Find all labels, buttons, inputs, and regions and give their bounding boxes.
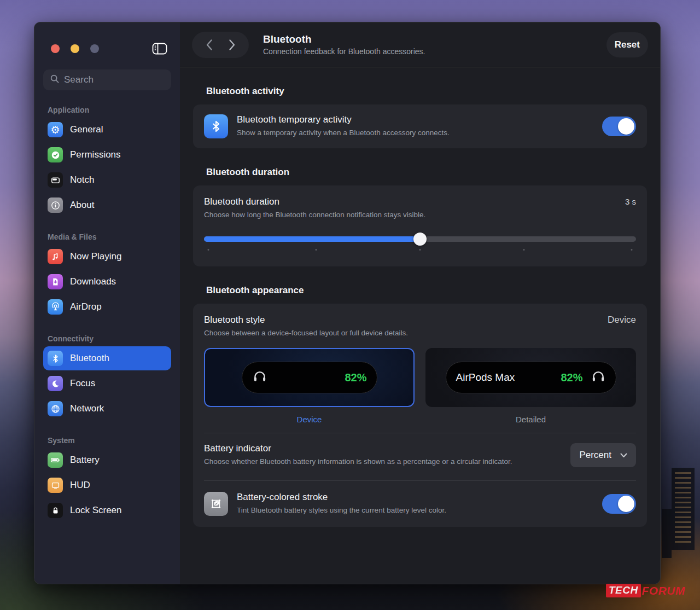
section-heading-appearance: Bluetooth appearance (206, 285, 647, 296)
watermark: TECH FORUM (606, 584, 685, 597)
sidebar-item-lock-screen[interactable]: Lock Screen (43, 498, 171, 522)
battery-indicator-select[interactable]: Percent (570, 443, 636, 467)
battery-percent: 82% (345, 371, 366, 384)
bluetooth-icon (48, 351, 63, 366)
nav-pill (192, 32, 249, 58)
sidebar-item-now-playing[interactable]: Now Playing (43, 245, 171, 269)
sidebar-item-airdrop[interactable]: AirDrop (43, 295, 171, 319)
style-row-title: Bluetooth style (204, 315, 408, 326)
sidebar-item-bluetooth[interactable]: Bluetooth (43, 346, 171, 370)
activity-row-subtitle: Show a temporary activity when a Bluetoo… (237, 127, 593, 138)
notch-icon (48, 172, 63, 188)
duration-slider-fill (204, 236, 420, 242)
battery-stroke-toggle[interactable] (602, 494, 636, 514)
sidebar-item-battery[interactable]: Battery (43, 448, 171, 472)
page-subtitle: Connection feedback for Bluetooth access… (263, 47, 425, 56)
sidebar-item-label: General (70, 124, 103, 135)
close-button[interactable] (51, 44, 60, 53)
sidebar-item-label: Permissions (70, 149, 121, 160)
gear-icon: ⚙ (48, 122, 63, 137)
duration-row-subtitle: Choose how long the Bluetooth connection… (204, 210, 636, 220)
sidebar-item-label: Focus (70, 378, 95, 389)
slider-ticks (204, 249, 636, 252)
battery-stroke-row: Battery-colored stroke Tint Bluetooth ba… (204, 491, 636, 516)
search-field[interactable] (43, 69, 171, 90)
sidebar-section-application: Application (48, 106, 171, 114)
search-input[interactable] (64, 74, 165, 85)
minimize-button[interactable] (71, 44, 79, 53)
chevron-down-icon (620, 450, 627, 461)
battery-indicator-title: Battery indicator (204, 443, 559, 454)
sidebar-item-label: Battery (70, 455, 100, 466)
style-current-value: Device (608, 315, 636, 326)
sidebar-item-general[interactable]: ⚙ General (43, 118, 171, 142)
airdrop-icon (48, 299, 63, 315)
settings-content: Bluetooth activity Bluetooth temporary a… (180, 67, 660, 584)
battery-indicator-subtitle: Choose whether Bluetooth battery informa… (204, 456, 532, 467)
sidebar-item-label: HUD (70, 480, 90, 491)
main-panel: Bluetooth Connection feedback for Blueto… (180, 22, 660, 584)
bluetooth-icon (204, 114, 228, 138)
activity-row-title: Bluetooth temporary activity (237, 114, 593, 125)
sidebar-item-network[interactable]: Network (43, 397, 171, 421)
style-row-subtitle: Choose between a device-focused layout o… (204, 328, 408, 339)
sidebar-item-focus[interactable]: Focus (43, 371, 171, 396)
app-window: Application ⚙ General Permissions Notch (34, 22, 661, 584)
duration-slider-thumb[interactable] (413, 233, 427, 246)
sidebar-item-downloads[interactable]: Downloads (43, 270, 171, 294)
option-label-detailed[interactable]: Detailed (425, 415, 636, 424)
check-seal-icon (48, 147, 63, 162)
back-button[interactable] (202, 38, 216, 52)
sidebar-item-label: AirDrop (70, 301, 102, 312)
lock-icon (48, 503, 63, 518)
sidebar: Application ⚙ General Permissions Notch (34, 22, 180, 584)
info-icon (48, 197, 63, 213)
sidebar-section-connectivity: Connectivity (48, 334, 171, 343)
forward-button[interactable] (225, 38, 239, 52)
battery-indicator-row: Battery indicator Choose whether Bluetoo… (204, 443, 636, 478)
display-icon (48, 478, 63, 493)
section-heading-duration: Bluetooth duration (206, 167, 647, 178)
sidebar-item-label: Bluetooth (70, 353, 109, 364)
style-option-detailed[interactable]: AirPods Max 82% (425, 348, 636, 407)
temporary-activity-toggle[interactable] (602, 117, 636, 136)
divider (204, 480, 636, 481)
option-label-device[interactable]: Device (204, 415, 415, 424)
headphones-icon (591, 369, 606, 386)
page-title: Bluetooth (263, 33, 425, 45)
watermark-part1: TECH (606, 584, 641, 597)
sidebar-section-system: System (48, 436, 171, 445)
wallpaper-building (672, 468, 695, 550)
main-header: Bluetooth Connection feedback for Blueto… (180, 22, 660, 67)
duration-slider[interactable] (204, 233, 636, 246)
reset-button[interactable]: Reset (606, 32, 648, 57)
watermark-part2: FORUM (642, 584, 686, 597)
download-document-icon (48, 274, 63, 289)
sidebar-item-permissions[interactable]: Permissions (43, 143, 171, 167)
battery-percent: 82% (561, 371, 582, 384)
sidebar-item-notch[interactable]: Notch (43, 168, 171, 192)
divider (204, 433, 636, 433)
duration-row-title: Bluetooth duration (204, 196, 279, 207)
section-heading-activity: Bluetooth activity (206, 86, 647, 97)
detailed-preview-pill: AirPods Max 82% (446, 362, 616, 393)
sidebar-section-media-files: Media & Files (48, 233, 171, 241)
sidebar-item-label: Lock Screen (70, 505, 122, 516)
select-value: Percent (579, 450, 611, 461)
headphones-icon (252, 369, 267, 386)
sidebar-item-label: About (70, 200, 94, 211)
battery-icon (48, 452, 63, 468)
duration-card: Bluetooth duration 3 s Choose how long t… (193, 185, 647, 266)
sidebar-item-about[interactable]: About (43, 193, 171, 217)
device-preview-pill: 82% (242, 362, 377, 393)
style-option-device[interactable]: 82% (204, 348, 415, 407)
device-name: AirPods Max (456, 371, 515, 384)
sidebar-item-hud[interactable]: HUD (43, 473, 171, 497)
frame-selection-icon (204, 492, 228, 516)
battery-stroke-title: Battery-colored stroke (237, 492, 593, 503)
sidebar-item-label: Now Playing (70, 251, 122, 262)
activity-card: Bluetooth temporary activity Show a temp… (193, 104, 647, 148)
sidebar-toggle-icon[interactable] (151, 42, 168, 55)
zoom-button[interactable] (90, 44, 99, 53)
globe-icon (48, 401, 63, 416)
